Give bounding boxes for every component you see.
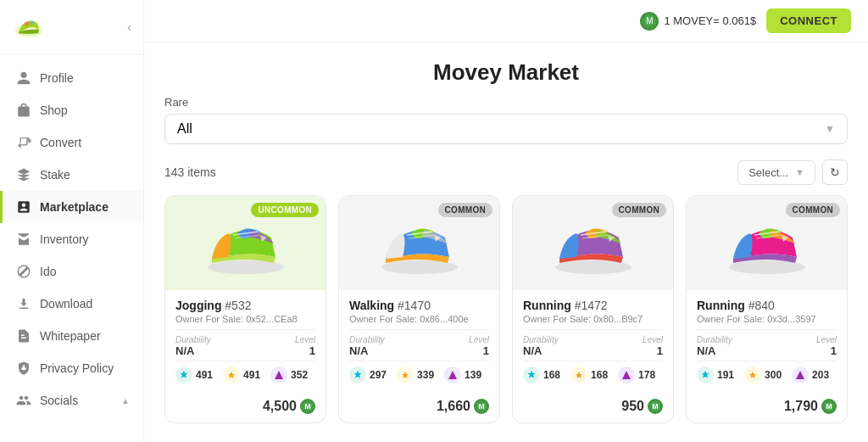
sidebar-item-ido[interactable]: Ido — [0, 255, 143, 288]
stat1-value: 491 — [196, 369, 213, 381]
stat2-icon — [744, 366, 761, 383]
card-item[interactable]: UNCOMMON Jogging #532 Owner For Sale: 0x… — [164, 195, 326, 423]
stat2-item: 168 — [570, 366, 608, 383]
sidebar-logo: ‹ — [0, 0, 143, 55]
price-coin-icon: M — [300, 399, 315, 414]
sidebar-item-inventory[interactable]: Inventory — [0, 223, 143, 255]
price-coin-icon: M — [648, 399, 663, 414]
sidebar-label-ido: Ido — [40, 265, 56, 278]
filter-select-row[interactable]: All ▼ — [164, 114, 848, 144]
durability-value: N/A — [175, 344, 246, 357]
card-title: Running #1472 — [523, 299, 663, 312]
card-owner: Owner For Sale: 0x52...CEa8 — [175, 314, 315, 324]
sidebar-label-stake: Stake — [40, 168, 70, 182]
card-icons-row: 168 168 178 — [523, 361, 663, 387]
sidebar-item-marketplace[interactable]: Marketplace — [0, 191, 143, 223]
socials-icon — [16, 393, 31, 408]
price-coin-icon: M — [474, 399, 489, 414]
stat2-value: 339 — [417, 369, 434, 381]
whitepaper-icon — [16, 328, 31, 344]
sidebar-item-download[interactable]: Download — [0, 288, 143, 320]
card-image-area: COMMON — [513, 196, 673, 290]
refresh-button[interactable]: ↻ — [822, 159, 848, 185]
card-owner: Owner For Sale: 0x80...B9c7 — [523, 314, 663, 324]
stat1-value: 297 — [370, 369, 387, 381]
card-stats: Durability N/A Level 1 — [523, 329, 663, 361]
stat1-icon — [349, 366, 366, 383]
card-image-area: COMMON — [339, 196, 499, 290]
sidebar-item-whitepaper[interactable]: Whitepaper — [0, 320, 143, 352]
durability-label: Durability — [523, 335, 593, 344]
sidebar-label-profile: Profile — [40, 71, 74, 85]
card-icons-row: 191 300 203 — [697, 361, 837, 387]
stat3-value: 352 — [291, 369, 308, 381]
stat1-icon — [175, 366, 192, 383]
stat3-icon — [270, 366, 287, 383]
sort-value: Select... — [748, 166, 788, 179]
card-price: 950 M — [513, 394, 673, 422]
card-number: #1470 — [398, 299, 431, 312]
card-owner: Owner For Sale: 0x3d...3597 — [697, 314, 837, 324]
convert-icon — [16, 135, 31, 150]
sort-select[interactable]: Select... ▼ — [737, 160, 815, 185]
chevron-down-icon: ▼ — [825, 123, 835, 135]
card-number: #532 — [225, 299, 251, 312]
sidebar-item-stake[interactable]: Stake — [0, 159, 143, 191]
sort-area: Select... ▼ ↻ — [737, 159, 848, 185]
sidebar-item-convert[interactable]: Convert — [0, 126, 143, 159]
sidebar-toggle-icon[interactable]: ‹ — [127, 20, 131, 34]
connect-button[interactable]: CONNECT — [766, 8, 851, 33]
durability-label: Durability — [175, 335, 246, 344]
card-item[interactable]: COMMON Running #1472 Owner For Sale: 0x8… — [512, 195, 674, 423]
shoe-image — [698, 208, 835, 278]
privacy-icon — [16, 361, 31, 376]
card-item[interactable]: COMMON Running #840 Owner For Sale: 0x3d… — [686, 195, 848, 423]
sidebar-item-socials[interactable]: Socials ▲ — [0, 384, 143, 417]
stat1-icon — [523, 366, 540, 383]
logo-icon — [12, 10, 46, 44]
stat3-item: 203 — [792, 366, 829, 383]
durability-value: N/A — [349, 344, 420, 357]
stat2-value: 168 — [591, 369, 608, 381]
durability-label: Durability — [349, 335, 420, 344]
rarity-badge: UNCOMMON — [251, 203, 319, 217]
rarity-badge: COMMON — [438, 203, 492, 217]
stat2-value: 491 — [243, 369, 260, 381]
sidebar-nav: Profile Shop Convert Stake Marketplace I… — [0, 55, 143, 442]
movey-rate-text: 1 MOVEY= 0.061$ — [664, 14, 756, 27]
filter-label: Rare — [164, 96, 848, 109]
svg-point-1 — [25, 22, 29, 26]
shoe-image — [351, 208, 487, 278]
stat3-item: 178 — [618, 366, 655, 383]
filter-section: Rare All ▼ — [144, 96, 868, 154]
socials-expand-icon: ▲ — [121, 396, 130, 406]
card-item[interactable]: COMMON Walking #1470 Owner For Sale: 0x8… — [338, 195, 500, 423]
price-value: 1,790 — [784, 399, 818, 414]
stat1-item: 168 — [523, 366, 560, 383]
sidebar-label-privacy: Privacy Policy — [40, 361, 114, 375]
card-stats: Durability N/A Level 1 — [349, 329, 489, 361]
level-label: Level — [593, 335, 664, 344]
card-price: 1,660 M — [339, 394, 499, 422]
stat3-value: 139 — [465, 369, 481, 381]
level-value: 1 — [593, 344, 664, 357]
stake-icon — [16, 167, 31, 182]
card-stats: Durability N/A Level 1 — [697, 329, 837, 361]
sidebar-item-privacy[interactable]: Privacy Policy — [0, 352, 143, 384]
rarity-badge: COMMON — [786, 203, 840, 217]
card-title: Walking #1470 — [349, 299, 489, 312]
sidebar-label-inventory: Inventory — [40, 232, 89, 246]
download-icon — [16, 296, 31, 311]
card-price: 4,500 M — [165, 394, 326, 422]
svg-marker-6 — [275, 371, 283, 379]
cards-grid: UNCOMMON Jogging #532 Owner For Sale: 0x… — [144, 195, 868, 440]
sidebar-item-profile[interactable]: Profile — [0, 62, 143, 94]
sidebar-item-shop[interactable]: Shop — [0, 94, 143, 126]
card-stats: Durability N/A Level 1 — [175, 329, 315, 361]
level-label: Level — [420, 335, 490, 344]
card-number: #1472 — [575, 299, 608, 312]
sidebar-label-whitepaper: Whitepaper — [40, 329, 101, 343]
sidebar-label-shop: Shop — [40, 104, 68, 117]
card-image-area: UNCOMMON — [165, 196, 326, 290]
sidebar-label-convert: Convert — [40, 136, 81, 149]
